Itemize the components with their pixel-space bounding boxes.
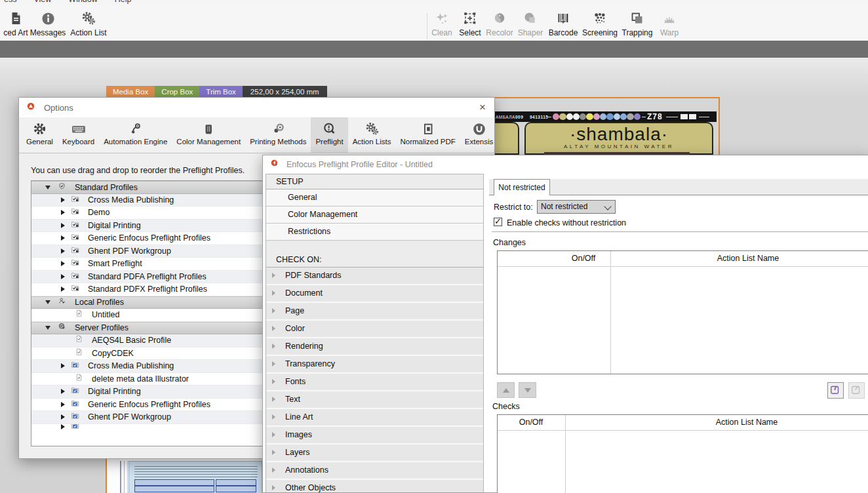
toolbar-select[interactable]: Select — [457, 9, 483, 37]
nav-item-other-objects[interactable]: Other Objects — [266, 480, 483, 492]
chevron-right-icon[interactable] — [61, 223, 65, 228]
media-box-tag[interactable]: Media Box — [106, 86, 155, 98]
chevron-right-icon[interactable] — [61, 414, 65, 420]
nav-item-color[interactable]: Color — [266, 321, 483, 338]
toolbar-recolor[interactable]: Recolor — [484, 9, 515, 37]
chevron-right-icon[interactable] — [61, 424, 65, 429]
tab-not-restricted[interactable]: Not restricted — [494, 179, 550, 195]
toolbar-dark-band — [0, 41, 868, 58]
select-box-icon — [457, 9, 483, 28]
changes-table[interactable]: On/Off Action List Name — [497, 250, 868, 374]
enfocus-profile-icon — [271, 159, 281, 170]
tab-general[interactable]: General — [22, 117, 58, 153]
nav-item-transparency[interactable]: Transparency — [266, 356, 483, 374]
toolbar-clean[interactable]: Clean — [428, 9, 456, 37]
nav-item-color-management[interactable]: Color Management — [266, 207, 483, 224]
toolbar-warp[interactable]: Warp — [656, 9, 682, 37]
tab-keyboard[interactable]: Keyboard — [58, 117, 99, 153]
folder-check-blue-icon — [71, 424, 83, 429]
menu-item[interactable]: ess — [4, 0, 16, 4]
color-bar-patches — [553, 113, 641, 120]
chevron-right-icon[interactable] — [61, 210, 65, 215]
chevron-right-icon[interactable] — [61, 402, 65, 407]
chevron-right-icon — [272, 326, 275, 331]
magnifier-alert-icon — [315, 120, 343, 138]
toolbar-action-list[interactable]: Action List — [68, 9, 109, 37]
menu-item-help[interactable]: Help — [115, 0, 132, 4]
nav-item-document[interactable]: Document — [266, 285, 483, 303]
menu-item-window[interactable]: Window — [68, 0, 97, 4]
checks-table[interactable]: On/Off Action List Name — [497, 414, 868, 493]
nav-item-restrictions[interactable]: Restrictions — [266, 224, 483, 241]
color-bar-number: 9413115 — [530, 115, 548, 119]
close-icon[interactable]: × — [475, 100, 490, 115]
chevron-right-icon[interactable] — [61, 197, 65, 203]
tab-automation-engine[interactable]: Automation Engine — [99, 117, 172, 153]
nav-item-fonts[interactable]: Fonts — [266, 374, 483, 391]
shield-check-icon — [58, 182, 69, 193]
toolbar-messages[interactable]: Messages — [28, 9, 68, 37]
changes-label: Changes — [493, 238, 526, 247]
tab-preflight[interactable]: Preflight — [311, 117, 347, 153]
chevron-right-icon[interactable] — [61, 286, 65, 292]
extensis-u-icon — [465, 120, 493, 138]
nav-item-general[interactable]: General — [266, 189, 483, 207]
chevron-right-icon[interactable] — [61, 363, 65, 368]
brand-tagline: ALTAY MOUNTAIN WATER — [526, 144, 712, 149]
chevron-right-icon[interactable] — [61, 274, 65, 279]
menu-item-view[interactable]: View — [33, 0, 51, 4]
keyboard-icon — [62, 120, 94, 138]
export-action-list-button[interactable] — [848, 382, 865, 399]
tab-extensis[interactable]: Extensis — [460, 117, 498, 153]
folder-check-blue-icon — [71, 399, 83, 410]
document-check-icon — [75, 348, 87, 359]
document-check-icon — [75, 335, 87, 345]
tab-color-management[interactable]: Color Management — [172, 117, 245, 153]
nav-header-setup: SETUP — [266, 174, 483, 189]
import-action-list-button[interactable] — [827, 382, 844, 399]
editor-nav-list[interactable]: SETUP General Color Management Restricti… — [266, 174, 484, 492]
chevron-right-icon[interactable] — [61, 261, 65, 266]
chevron-right-icon[interactable] — [61, 235, 65, 241]
nav-item-page[interactable]: Page — [266, 303, 483, 321]
document-check-icon — [75, 374, 87, 384]
folder-check-lock-icon — [71, 284, 83, 294]
tab-normalized-pdf[interactable]: Normalized PDF — [395, 117, 460, 153]
nav-item-text[interactable]: Text — [266, 391, 483, 409]
artwork-guide-line — [124, 461, 125, 493]
move-down-button[interactable] — [519, 382, 536, 398]
crop-box-tag[interactable]: Crop Box — [155, 86, 199, 98]
chevron-down-icon[interactable] — [45, 326, 50, 330]
artwork-guide-line — [127, 461, 128, 493]
editor-title-bar[interactable]: Enfocus Preflight Profile Editor - Untit… — [263, 155, 868, 173]
chevron-right-icon[interactable] — [61, 389, 65, 394]
tab-printing-methods[interactable]: Printing Methods — [245, 117, 311, 153]
enable-checks-checkbox[interactable]: ✓ — [494, 218, 502, 226]
nav-item-pdf-standards[interactable]: PDF Standards — [266, 267, 483, 285]
toolbar-label: Action List — [68, 28, 109, 37]
chevron-right-icon — [272, 344, 275, 349]
chevron-down-icon[interactable] — [45, 300, 50, 304]
info-icon — [28, 9, 68, 28]
toolbar-screening[interactable]: Screening — [582, 9, 618, 37]
nav-item-images[interactable]: Images — [266, 427, 483, 444]
toolbar-shaper[interactable]: Shaper — [516, 9, 545, 37]
chevron-down-icon[interactable] — [45, 186, 50, 189]
move-up-button[interactable] — [497, 382, 515, 398]
trim-box-tag[interactable]: Trim Box — [199, 86, 243, 98]
checks-label: Checks — [492, 402, 520, 411]
toolbar-label: Recolor — [484, 28, 515, 37]
overlap-squares-icon — [620, 9, 655, 28]
chevron-right-icon — [272, 432, 275, 437]
toolbar-barcode[interactable]: Barcode — [546, 9, 580, 37]
dialog-title: Enfocus Preflight Profile Editor - Untit… — [286, 160, 433, 169]
options-title-bar[interactable]: Options × — [19, 98, 494, 117]
nav-item-rendering[interactable]: Rendering — [266, 338, 483, 356]
chevron-right-icon[interactable] — [61, 248, 65, 254]
toolbar-trapping[interactable]: Trapping — [620, 9, 655, 37]
tab-action-lists[interactable]: Action Lists — [348, 117, 396, 153]
nav-item-layers[interactable]: Layers — [266, 444, 483, 462]
restrict-to-dropdown[interactable]: Not restricted — [537, 200, 616, 214]
nav-item-annotations[interactable]: Annotations — [266, 462, 483, 480]
nav-item-line-art[interactable]: Line Art — [266, 409, 483, 427]
